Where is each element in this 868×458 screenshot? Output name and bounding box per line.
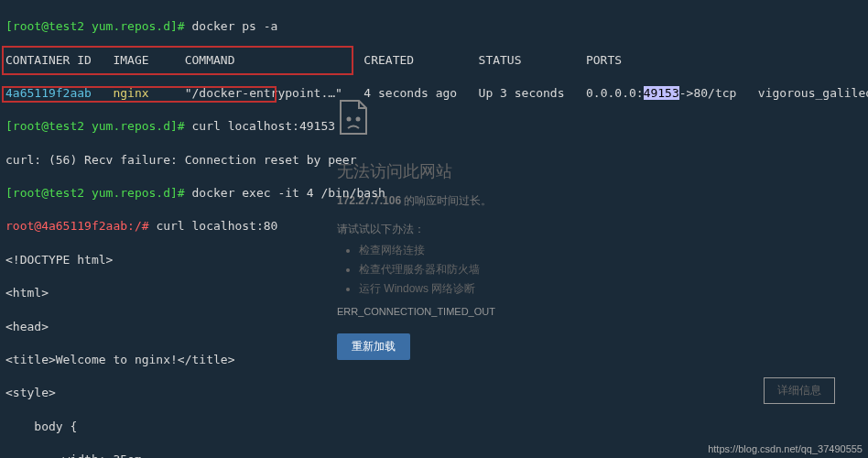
container-id: 4a65119f2aab — [5, 86, 113, 100]
shell-prompt: [root@test2 yum.repos.d]# — [5, 19, 192, 33]
port-highlighted: 49153 — [644, 86, 679, 100]
watermark-text: https://blog.csdn.net/qq_37490555 — [708, 443, 863, 454]
ports-suffix: ->80/tcp — [679, 86, 737, 100]
container-created: 4 seconds ago — [363, 86, 478, 100]
output-line: body { — [5, 419, 863, 435]
curl-error: curl: (56) Recv failure: Connection rese… — [5, 152, 863, 169]
container-status: Up 3 seconds — [479, 86, 586, 100]
container-command: "/docker-entrypoint.…" — [185, 86, 364, 100]
command-text: curl localhost:80 — [156, 219, 277, 233]
output-line: <!DOCTYPE html> — [5, 252, 863, 268]
container-prompt: root@4a65119f2aab:/# — [5, 219, 156, 233]
terminal-output: [root@test2 yum.repos.d]# docker ps -a C… — [0, 0, 868, 458]
output-line: <html> — [5, 285, 863, 301]
command-text: docker ps -a — [192, 19, 278, 33]
docker-ps-header: CONTAINER ID IMAGE COMMAND CREATED STATU… — [5, 52, 863, 69]
image-name: nginx — [113, 86, 184, 100]
output-line: <style> — [5, 385, 863, 401]
shell-prompt: [root@test2 yum.repos.d]# — [5, 119, 192, 133]
ports-prefix: 0.0.0.0: — [586, 86, 644, 100]
output-line: <title>Welcome to nginx!</title> — [5, 352, 863, 368]
output-line: <head> — [5, 319, 863, 335]
container-name: vigorous_galileo — [736, 86, 868, 100]
shell-prompt: [root@test2 yum.repos.d]# — [5, 186, 192, 200]
command-text: curl localhost:49153 — [192, 119, 336, 133]
command-text: docker exec -it 4 /bin/bash — [192, 186, 385, 200]
